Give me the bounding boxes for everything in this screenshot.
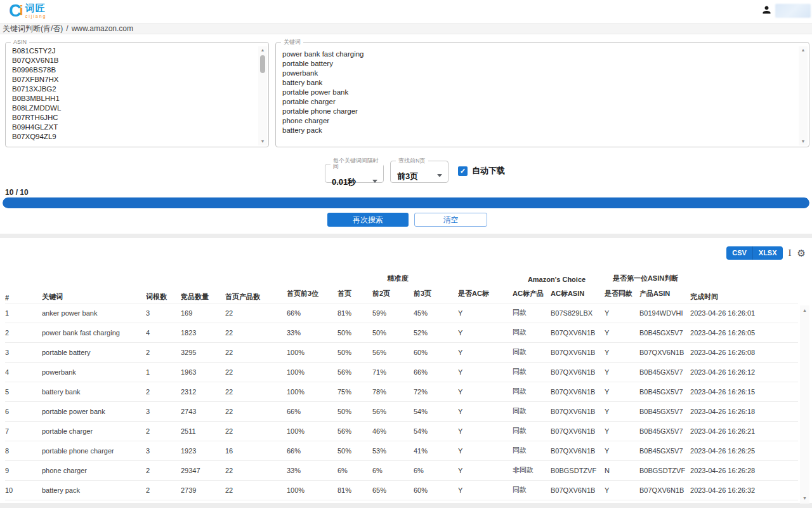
keyword-item: phone charger bbox=[282, 116, 796, 126]
keyword-link[interactable]: battery pack bbox=[42, 480, 146, 500]
table-cell: 2 bbox=[146, 421, 181, 441]
keyword-link[interactable]: battery bank bbox=[42, 382, 146, 401]
table-cell: Y bbox=[458, 401, 513, 421]
table-cell: 同款 bbox=[513, 342, 551, 362]
scroll-up-icon[interactable]: ▲ bbox=[799, 46, 808, 54]
table-cell: 54% bbox=[414, 401, 458, 421]
gear-icon[interactable]: ⚙ bbox=[797, 246, 806, 260]
keyword-link[interactable]: portable charger bbox=[42, 421, 146, 441]
interval-select[interactable]: 每个关键词间隔时间 0.01秒 bbox=[325, 158, 384, 183]
table-cell: 22 bbox=[225, 303, 287, 323]
app-logo[interactable]: C i 词匠 cijiang bbox=[9, 2, 46, 20]
interval-value: 0.01秒 bbox=[332, 177, 356, 188]
keywords-list[interactable]: power bank fast chargingportable battery… bbox=[276, 45, 798, 147]
table-cell: 100% bbox=[287, 342, 337, 362]
table-header: # 关键词 词根数 竞品数量 首页产品数 精准度 Amazon's Choice… bbox=[5, 267, 798, 303]
user-menu[interactable] bbox=[762, 4, 811, 18]
scroll-up-icon[interactable]: ▲ bbox=[800, 307, 809, 314]
keyword-link[interactable]: anker power bank bbox=[42, 303, 146, 323]
asin-item: B09H4GLZXT bbox=[12, 123, 255, 132]
col-header-competitors: 竞品数量 bbox=[181, 267, 225, 303]
table-cell: 3 bbox=[146, 401, 181, 421]
breadcrumb-site[interactable]: www.amazon.com bbox=[72, 24, 133, 33]
auto-download-checkbox[interactable]: ✓ 自动下载 bbox=[458, 165, 505, 177]
table-cell: 56% bbox=[337, 362, 372, 382]
table-cell: Y bbox=[605, 441, 639, 460]
export-csv-button[interactable]: CSV bbox=[726, 246, 752, 260]
table-cell: B07QXV6N1B bbox=[551, 323, 605, 342]
table-cell: 66% bbox=[414, 362, 458, 382]
col-header-same-model: 是否同款 bbox=[605, 284, 639, 303]
table-cell: B0B45GX5V7 bbox=[639, 421, 690, 441]
scroll-down-icon[interactable]: ▼ bbox=[258, 138, 267, 145]
scroll-thumb[interactable] bbox=[260, 55, 265, 73]
table-cell: Y bbox=[605, 303, 639, 323]
asin-list[interactable]: B081C5TY2JB07QXV6N1BB0996BS78BB07XFBN7HX… bbox=[6, 45, 258, 147]
table-cell: 2023-04-26 16:26:21 bbox=[690, 421, 798, 441]
table-cell: 81% bbox=[337, 480, 372, 500]
text-cursor-icon[interactable]: I bbox=[789, 246, 792, 260]
keywords-listbox[interactable]: 关键词 power bank fast chargingportable bat… bbox=[275, 39, 809, 147]
col-header-top3-first-page: 首页前3位 bbox=[287, 284, 337, 303]
table-cell: 1823 bbox=[181, 323, 225, 342]
keyword-link[interactable]: powerbank bbox=[42, 362, 146, 382]
table-cell: 16 bbox=[225, 441, 287, 460]
scroll-down-icon[interactable]: ▼ bbox=[799, 138, 808, 145]
table-cell: 同款 bbox=[513, 480, 551, 500]
keyword-link[interactable]: power bank fast charging bbox=[42, 323, 146, 342]
asin-listbox[interactable]: ASIN B081C5TY2JB07QXV6N1BB0996BS78BB07XF… bbox=[5, 39, 269, 147]
checkbox-checked-icon[interactable]: ✓ bbox=[458, 166, 468, 176]
search-again-button[interactable]: 再次搜索 bbox=[327, 213, 409, 227]
table-cell: 169 bbox=[181, 303, 225, 323]
table-cell: 3295 bbox=[181, 342, 225, 362]
clear-button[interactable]: 清空 bbox=[414, 213, 487, 227]
table-cell: 同款 bbox=[513, 382, 551, 401]
table-cell: 2023-04-26 16:26:01 bbox=[690, 303, 798, 323]
table-cell: 52% bbox=[414, 323, 458, 342]
table-row: 1anker power bank31692266%81%59%45%Y同款B0… bbox=[5, 303, 798, 323]
col-header-is-ac: 是否AC标 bbox=[458, 284, 513, 303]
keyword-link[interactable]: portable battery bbox=[42, 342, 146, 362]
table-cell: 66% bbox=[287, 303, 337, 323]
keyword-link[interactable]: portable phone charger bbox=[42, 441, 146, 460]
asin-item: B07QXV6N1B bbox=[12, 56, 255, 65]
keyword-item: portable phone charger bbox=[282, 107, 796, 116]
asin-item: B07XQ94ZL9 bbox=[12, 132, 255, 142]
table-cell: Y bbox=[605, 323, 639, 342]
pages-select[interactable]: 查找前N页 前3页 bbox=[390, 158, 449, 183]
breadcrumb-separator: / bbox=[66, 24, 68, 33]
table-cell: 60% bbox=[414, 342, 458, 362]
table-cell: B0B45GX5V7 bbox=[639, 401, 690, 421]
table-cell: 同款 bbox=[513, 421, 551, 441]
table-cell: 2 bbox=[146, 480, 181, 500]
keyword-item: power bank fast charging bbox=[282, 50, 796, 59]
table-cell: 100% bbox=[287, 382, 337, 401]
logo-brand-pinyin: cijiang bbox=[25, 13, 47, 19]
table-cell: 100% bbox=[287, 421, 337, 441]
table-cell: 2312 bbox=[181, 382, 225, 401]
table-cell: 2 bbox=[5, 323, 42, 342]
table-cell: 同款 bbox=[513, 362, 551, 382]
table-cell: 72% bbox=[414, 382, 458, 401]
table-cell: Y bbox=[458, 421, 513, 441]
col-header-first-page: 首页 bbox=[337, 284, 372, 303]
table-cell: 56% bbox=[372, 342, 414, 362]
scroll-up-icon[interactable]: ▲ bbox=[258, 46, 267, 54]
export-xlsx-button[interactable]: XLSX bbox=[752, 246, 783, 260]
breadcrumb-section[interactable]: 关键词判断(肯/否) bbox=[3, 23, 63, 34]
table-cell: B07QXV6N1B bbox=[639, 480, 690, 500]
scroll-down-icon[interactable]: ▼ bbox=[800, 495, 809, 502]
keywords-scrollbar[interactable]: ▲ ▼ bbox=[799, 46, 808, 145]
keyword-link[interactable]: portable power bank bbox=[42, 401, 146, 421]
table-cell: 9 bbox=[5, 460, 42, 480]
table-scrollbar[interactable]: ▲ ▼ bbox=[800, 305, 809, 504]
keyword-link[interactable]: phone charger bbox=[42, 460, 146, 480]
table-cell: 46% bbox=[372, 421, 414, 441]
table-body: 1anker power bank31692266%81%59%45%Y同款B0… bbox=[5, 303, 798, 500]
search-form: ASIN B081C5TY2JB07QXV6N1BB0996BS78BB07XF… bbox=[0, 34, 812, 234]
table-cell: 78% bbox=[372, 382, 414, 401]
table-cell: B0B45GX5V7 bbox=[639, 382, 690, 401]
table-cell: 同款 bbox=[513, 303, 551, 323]
keyword-item: powerbank bbox=[282, 69, 796, 78]
asin-scrollbar[interactable]: ▲ ▼ bbox=[258, 46, 267, 145]
